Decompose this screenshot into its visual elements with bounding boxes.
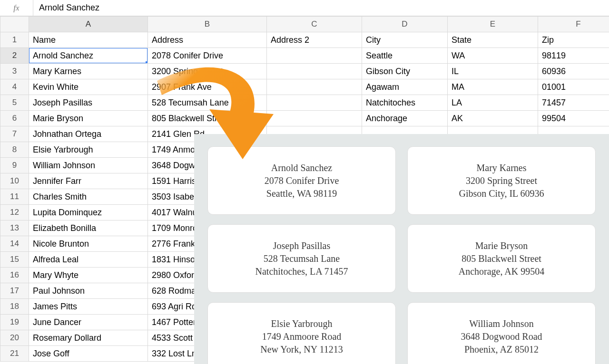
cell[interactable] bbox=[267, 64, 362, 79]
address-label-card: Arnold Sanchez2078 Conifer DriveSeattle,… bbox=[207, 146, 396, 215]
row-header[interactable]: 13 bbox=[0, 220, 29, 236]
row-header[interactable]: 11 bbox=[0, 189, 29, 205]
cell[interactable]: Lupita Dominquez bbox=[29, 205, 148, 220]
cell[interactable] bbox=[267, 111, 362, 126]
col-header-F[interactable]: F bbox=[538, 17, 609, 32]
cell[interactable]: 98119 bbox=[538, 48, 609, 64]
cell[interactable]: State bbox=[448, 32, 538, 48]
cell[interactable]: Marie Bryson bbox=[29, 111, 148, 126]
row-header[interactable]: 6 bbox=[0, 111, 29, 126]
cell[interactable]: Charles Smith bbox=[29, 189, 148, 205]
row-header[interactable]: 8 bbox=[0, 142, 29, 158]
row-header[interactable]: 4 bbox=[0, 79, 29, 95]
cell[interactable]: IL bbox=[448, 64, 538, 79]
address-label-card: Mary Karnes3200 Spring StreetGibson City… bbox=[407, 146, 596, 215]
label-name: William Johnson bbox=[469, 317, 533, 330]
cell[interactable]: Jose Goff bbox=[29, 346, 148, 362]
cell[interactable]: Mary Karnes bbox=[29, 64, 148, 79]
cell[interactable]: Gibson City bbox=[362, 64, 448, 79]
cell[interactable]: Joseph Pasillas bbox=[29, 95, 148, 111]
row-header[interactable]: 18 bbox=[0, 299, 29, 315]
col-header-D[interactable]: D bbox=[362, 17, 448, 32]
cell[interactable]: Jennifer Farr bbox=[29, 173, 148, 189]
cell[interactable]: 60936 bbox=[538, 64, 609, 79]
cell[interactable]: Rosemary Dollard bbox=[29, 330, 148, 346]
row-header[interactable]: 21 bbox=[0, 346, 29, 362]
formula-bar: fx bbox=[0, 0, 609, 16]
cell[interactable]: Agawam bbox=[362, 79, 448, 95]
cell[interactable] bbox=[267, 95, 362, 111]
cell[interactable]: LA bbox=[448, 95, 538, 111]
cell[interactable]: Nicole Brunton bbox=[29, 236, 148, 252]
cell[interactable] bbox=[267, 48, 362, 64]
row-header[interactable]: 17 bbox=[0, 283, 29, 299]
col-header-C[interactable]: C bbox=[267, 17, 362, 32]
cell[interactable]: Zip bbox=[538, 32, 609, 48]
cell[interactable]: June Dancer bbox=[29, 315, 148, 330]
cell[interactable]: Anchorage bbox=[362, 111, 448, 126]
row-header[interactable]: 14 bbox=[0, 236, 29, 252]
cell[interactable]: Name bbox=[29, 32, 148, 48]
cell[interactable]: 01001 bbox=[538, 79, 609, 95]
label-name: Joseph Pasillas bbox=[273, 239, 331, 252]
cell[interactable]: City bbox=[362, 32, 448, 48]
cell[interactable]: 805 Blackwell Street bbox=[148, 111, 267, 126]
row-header[interactable]: 12 bbox=[0, 205, 29, 220]
cell[interactable]: AK bbox=[448, 111, 538, 126]
cell[interactable]: Address 2 bbox=[267, 32, 362, 48]
row-header[interactable]: 5 bbox=[0, 95, 29, 111]
cell[interactable]: WA bbox=[448, 48, 538, 64]
cell[interactable]: Kevin White bbox=[29, 79, 148, 95]
cell[interactable]: 2907 Frank Ave bbox=[148, 79, 267, 95]
cell[interactable]: Arnold Sanchez bbox=[29, 48, 148, 64]
row-header[interactable]: 1 bbox=[0, 32, 29, 48]
cell[interactable]: William Johnson bbox=[29, 158, 148, 173]
formula-input[interactable] bbox=[33, 0, 609, 16]
row-header[interactable]: 9 bbox=[0, 158, 29, 173]
table-row: 3Mary Karnes3200 Spring StreetGibson Cit… bbox=[0, 64, 609, 79]
row-header[interactable]: 20 bbox=[0, 330, 29, 346]
cell[interactable]: Elsie Yarbrough bbox=[29, 142, 148, 158]
table-row: 6Marie Bryson805 Blackwell StreetAnchora… bbox=[0, 111, 609, 126]
col-header-E[interactable]: E bbox=[448, 17, 538, 32]
label-street: 2078 Conifer Drive bbox=[265, 174, 339, 187]
row-header[interactable]: 19 bbox=[0, 315, 29, 330]
cell[interactable]: Johnathan Ortega bbox=[29, 126, 148, 142]
cell[interactable]: 528 Tecumsah Lane bbox=[148, 95, 267, 111]
label-city-state-zip: New York, NY 11213 bbox=[260, 343, 343, 356]
cell[interactable]: 3200 Spring Street bbox=[148, 64, 267, 79]
cell[interactable]: MA bbox=[448, 79, 538, 95]
cell[interactable]: Natchitoches bbox=[362, 95, 448, 111]
cell[interactable]: Address bbox=[148, 32, 267, 48]
label-street: 805 Blackwell Street bbox=[462, 252, 541, 265]
fx-icon[interactable]: fx bbox=[0, 0, 33, 16]
corner-cell[interactable] bbox=[0, 17, 29, 32]
label-city-state-zip: Anchorage, AK 99504 bbox=[459, 265, 545, 278]
cell[interactable]: 2078 Conifer Drive bbox=[148, 48, 267, 64]
address-label-card: Marie Bryson805 Blackwell StreetAnchorag… bbox=[407, 224, 596, 293]
cell[interactable]: Paul Johnson bbox=[29, 283, 148, 299]
col-header-B[interactable]: B bbox=[148, 17, 267, 32]
cell[interactable]: Elizabeth Bonilla bbox=[29, 220, 148, 236]
table-row: 5Joseph Pasillas528 Tecumsah LaneNatchit… bbox=[0, 95, 609, 111]
cell[interactable]: James Pitts bbox=[29, 299, 148, 315]
cell[interactable]: 99504 bbox=[538, 111, 609, 126]
label-name: Marie Bryson bbox=[475, 239, 528, 252]
row-header[interactable]: 3 bbox=[0, 64, 29, 79]
row-header[interactable]: 16 bbox=[0, 268, 29, 283]
row-header[interactable]: 15 bbox=[0, 252, 29, 268]
label-street: 1749 Anmoore Road bbox=[262, 330, 342, 343]
cell[interactable] bbox=[267, 79, 362, 95]
cell[interactable]: 71457 bbox=[538, 95, 609, 111]
label-street: 3200 Spring Street bbox=[466, 174, 537, 187]
cell[interactable]: Mary Whyte bbox=[29, 268, 148, 283]
row-header[interactable]: 7 bbox=[0, 126, 29, 142]
address-label-card: William Johnson3648 Dogwood RoadPhoenix,… bbox=[407, 302, 596, 364]
cell[interactable]: Alfreda Leal bbox=[29, 252, 148, 268]
col-header-A[interactable]: A bbox=[29, 17, 148, 32]
label-name: Mary Karnes bbox=[477, 162, 527, 174]
row-header[interactable]: 10 bbox=[0, 173, 29, 189]
address-label-card: Joseph Pasillas528 Tecumsah LaneNatchito… bbox=[207, 224, 396, 293]
row-header[interactable]: 2 bbox=[0, 48, 29, 64]
cell[interactable]: Seattle bbox=[362, 48, 448, 64]
